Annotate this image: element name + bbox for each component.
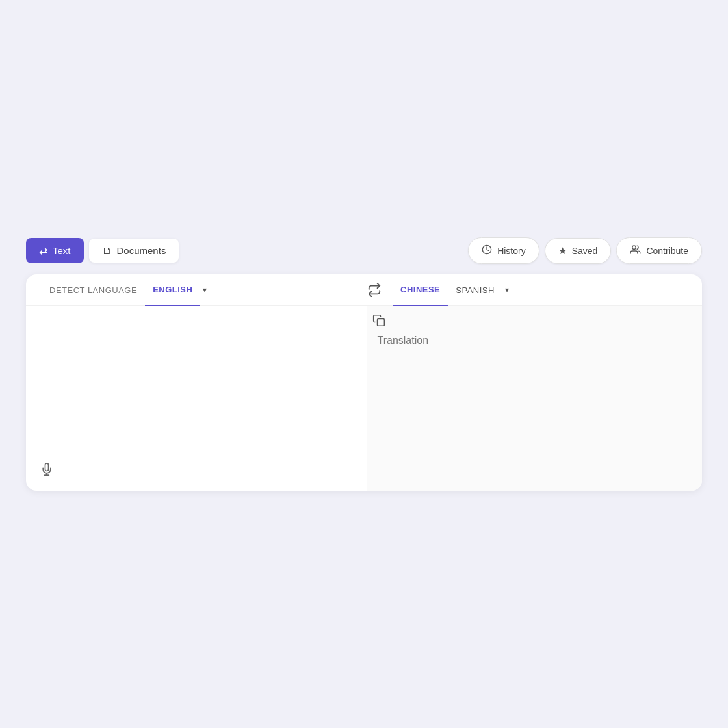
svg-point-1: [632, 246, 636, 249]
toolbar: ⇄ Text 🗋 Documents History ★ Save: [26, 237, 702, 264]
translate-icon: ⇄: [39, 244, 47, 257]
translation-output: Translation: [378, 311, 687, 346]
input-area: [26, 306, 367, 491]
target-language-dropdown[interactable]: ▾: [502, 280, 512, 300]
documents-tab-button[interactable]: 🗋 Documents: [89, 239, 179, 263]
documents-tab-label: Documents: [117, 245, 166, 256]
copy-button[interactable]: [372, 314, 385, 330]
document-icon: 🗋: [102, 245, 112, 256]
source-language-bar: DETECT LANGUAGE ENGLISH ▾: [26, 274, 361, 306]
history-label: History: [497, 246, 526, 256]
text-areas: Translation: [26, 306, 702, 491]
chevron-down-icon-right: ▾: [505, 285, 509, 294]
microphone-button[interactable]: [40, 463, 53, 479]
target-language-bar: CHINESE SPANISH ▾: [387, 274, 702, 306]
app-container: ⇄ Text 🗋 Documents History ★ Save: [26, 237, 702, 491]
history-icon: [482, 244, 492, 257]
text-tab-button[interactable]: ⇄ Text: [26, 238, 84, 263]
translation-panel: DETECT LANGUAGE ENGLISH ▾ CHINESE SPANIS…: [26, 274, 702, 491]
svg-rect-4: [377, 319, 384, 326]
chevron-down-icon: ▾: [203, 285, 207, 294]
spanish-language-option[interactable]: SPANISH: [448, 275, 502, 306]
source-language-dropdown[interactable]: ▾: [200, 280, 209, 300]
saved-button[interactable]: ★ Saved: [545, 238, 612, 264]
saved-label: Saved: [572, 246, 598, 256]
history-button[interactable]: History: [468, 237, 540, 264]
text-tab-label: Text: [53, 245, 71, 256]
contribute-label: Contribute: [646, 246, 688, 256]
swap-languages-button[interactable]: [361, 277, 387, 303]
star-icon: ★: [558, 245, 567, 257]
detect-language-option[interactable]: DETECT LANGUAGE: [42, 275, 145, 306]
output-area: Translation: [367, 306, 703, 491]
toolbar-left: ⇄ Text 🗋 Documents: [26, 238, 179, 263]
contribute-button[interactable]: Contribute: [616, 237, 702, 264]
chinese-language-option[interactable]: CHINESE: [393, 274, 448, 306]
language-bar: DETECT LANGUAGE ENGLISH ▾ CHINESE SPANIS…: [26, 274, 702, 306]
toolbar-right: History ★ Saved Contribute: [468, 237, 702, 264]
source-text-input[interactable]: [42, 319, 351, 449]
people-icon: [630, 244, 641, 257]
english-language-option[interactable]: ENGLISH: [145, 274, 200, 306]
